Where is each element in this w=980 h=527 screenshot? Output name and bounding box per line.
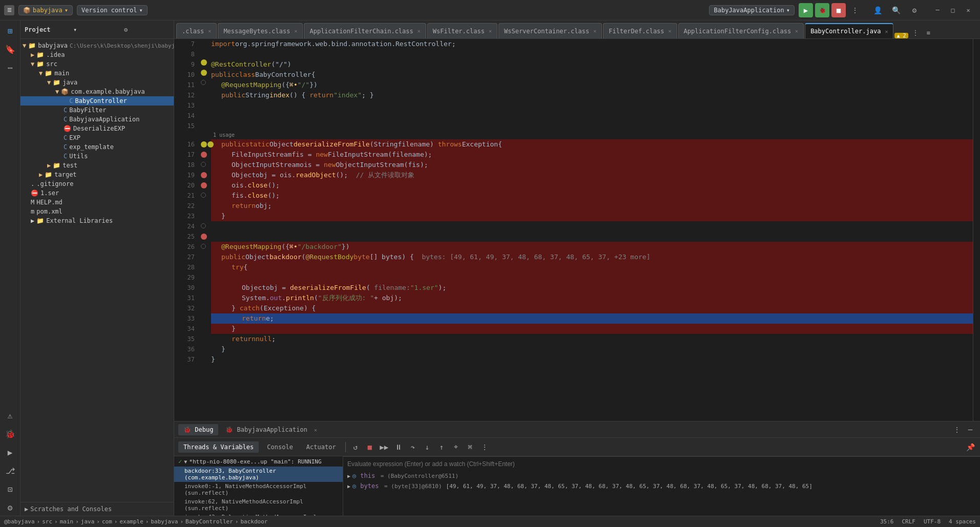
debug-icon-btn[interactable]: 🐞 [2,426,18,442]
code-content[interactable]: import org.springframework.web.bind.anno… [209,39,973,421]
debug-button[interactable]: 🐞 [815,3,829,17]
tree-item-utils[interactable]: C Utils [20,152,174,161]
step-into-btn[interactable]: ↓ [422,441,433,453]
tab-overflow-btn[interactable]: ⋮ [908,27,923,38]
tab-close-icon[interactable]: ✕ [208,28,211,34]
tab-close-icon[interactable]: ✕ [885,29,888,34]
resume-btn[interactable]: ▶▶ [379,441,390,453]
stop-button[interactable]: ■ [831,3,846,17]
tree-item-external-libs[interactable]: ▶ 📁 External Libraries [20,216,174,225]
var-expand-icon[interactable]: ▶ [347,473,350,479]
var-expand-icon[interactable]: ▶ [347,483,350,489]
scratches-header[interactable]: ▶ Scratches and Consoles [20,502,174,516]
settings-button[interactable]: ⚙ [907,3,922,17]
tree-item-idea[interactable]: ▶ 📁 .idea [20,50,174,59]
tree-item-exp-template[interactable]: C exp_template [20,142,174,152]
tree-item-java[interactable]: ▼ 📁 java [20,78,174,87]
java-file-icon: C [64,107,67,114]
git-icon-btn[interactable]: ⎇ [2,462,18,479]
tree-item-pomxml[interactable]: m pom.xml [20,207,174,216]
tab-messagebytes[interactable]: MessageBytes.class ✕ [218,23,303,38]
tree-item-gitignore[interactable]: . .gitignore [20,179,174,188]
debug-panel-options[interactable]: ⋮ [951,424,963,435]
code-line-25 [211,231,973,242]
more-debug-actions[interactable]: ⋮ [479,441,490,453]
tab-appfilterconfig[interactable]: ApplicationFilterConfig.class ✕ [678,23,804,38]
pin-tab-btn[interactable]: 📌 [965,441,976,453]
project-selector[interactable]: 📦 babyjava ▾ [18,5,73,15]
minimize-button[interactable]: ─ [930,3,945,18]
tab-close-icon[interactable]: ✕ [489,28,492,34]
console-tab[interactable]: Console [262,441,298,453]
thread-running[interactable]: ✓ ▼ *http-nio-8080-exe...up "main": RUNN… [174,456,343,467]
tree-item-target[interactable]: ▶ 📁 target [20,170,174,179]
tab-wsfilter[interactable]: WsFilter.class ✕ [427,23,497,38]
problems-icon-btn[interactable]: ⚠ [2,407,18,424]
tab-close-icon[interactable]: ✕ [593,28,596,34]
maximize-button[interactable]: □ [945,3,961,18]
run-icon-btn[interactable]: ▶ [2,444,18,460]
frame-invoke0[interactable]: invoke0:-1, NativeMethodAccessorImpl (su… [174,482,343,497]
frame-backdoor[interactable]: backdoor:33, BabyController (com.example… [174,467,343,482]
tab-close-icon[interactable]: ✕ [314,427,317,433]
tab-appfilterchain[interactable]: ApplicationFilterChain.class ✕ [304,23,426,38]
actuator-tab[interactable]: Actuator [301,441,341,453]
frame-invoke62[interactable]: invoke:62, NativeMethodAccessorImpl (sun… [174,497,343,513]
tree-item-babycontroller[interactable]: C BabyController [20,96,174,106]
threads-variables-tab[interactable]: Threads & Variables [178,441,259,453]
tab-close-icon[interactable]: ✕ [418,28,421,34]
folder-icon-img: 📁 [45,171,52,178]
search-button[interactable]: 🔍 [889,3,903,17]
tree-item-package[interactable]: ▼ 📦 com.example.babyjava [20,87,174,96]
tree-item-babyjava[interactable]: ▼ 📁 babyjava C:\Users\k\Desktop\shenji\b… [20,41,174,50]
tree-item-babyjavaapp[interactable]: C BabyjavaApplication [20,115,174,124]
close-button[interactable]: ✕ [961,3,976,18]
evaluate-btn[interactable]: ⌘ [465,441,476,453]
bookmarks-icon-btn[interactable]: 🔖 [2,41,18,57]
debug-panel-minimize[interactable]: ─ [965,424,976,435]
plugins-icon-btn[interactable]: ⋯ [2,59,18,76]
vcs-selector[interactable]: Version control ▾ [77,5,148,15]
more-run-options[interactable]: ⋮ [848,3,862,17]
run-to-cursor-btn[interactable]: ⌖ [450,441,462,453]
tree-item-test[interactable]: ▶ 📁 test [20,161,174,170]
var-this[interactable]: ▶ ◎ this = (BabyController@6511) [343,471,980,481]
rerun-btn[interactable]: ↺ [350,441,361,453]
tab-babycontroller[interactable]: BabyController.java ✕ [805,23,893,38]
tree-item-main[interactable]: ▼ 📁 main [20,69,174,78]
breadcrumb-java: java [81,518,95,525]
tree-item-exp[interactable]: C EXP [20,133,174,142]
profile-button[interactable]: 👤 [870,3,885,17]
tab-options-btn[interactable]: ≡ [923,27,934,38]
breadcrumb-method: backdoor [240,518,267,525]
settings-icon-btn[interactable]: ⚙ [2,499,18,516]
tab-close-icon[interactable]: ✕ [669,28,672,34]
babyjava-app-tab[interactable]: 🐞 BabyjavaApplication ✕ [220,424,322,435]
tab-class[interactable]: .class ✕ [176,23,217,38]
vcs-chevron: ▾ [139,7,142,14]
terminal-icon-btn[interactable]: ⊡ [2,481,18,497]
project-options-btn[interactable]: ⚙ [124,26,170,33]
tree-item-src[interactable]: ▼ 📁 src [20,59,174,69]
step-over-btn[interactable]: ↷ [407,441,419,453]
tab-close-icon[interactable]: ✕ [795,28,798,34]
run-button[interactable]: ▶ [799,3,813,17]
pause-btn[interactable]: ⏸ [393,441,404,453]
debug-tab[interactable]: 🐞 Debug [178,424,218,435]
tab-wsservercontainer[interactable]: WsServerContainer.class ✕ [498,23,602,38]
tab-bar: .class ✕ MessageBytes.class ✕ Applicatio… [174,20,980,39]
run-config-selector[interactable]: BabyJavaApplication ▾ [709,5,795,15]
var-bytes[interactable]: ▶ ◎ bytes = (byte[33]@6810) [49, 61, 49,… [343,481,980,491]
project-icon-btn[interactable]: ⊞ [2,23,18,39]
tree-item-helpmd[interactable]: M HELP.md [20,198,174,207]
tree-item-1ser[interactable]: ⛔ 1.ser [20,188,174,198]
tab-close-icon[interactable]: ✕ [294,28,297,34]
tree-item-deserializeexp[interactable]: ⛔ DeserializeEXP [20,124,174,133]
watch-expression-input[interactable] [343,456,980,471]
code-line-18: ObjectInputStream ois = new ObjectInputS… [211,160,973,170]
tab-filterdef[interactable]: FilterDef.class ✕ [603,23,677,38]
tree-item-babyfilter[interactable]: C BabyFilter [20,106,174,115]
stop-debug-btn[interactable]: ■ [364,441,376,453]
step-out-btn[interactable]: ↑ [436,441,447,453]
code-line-28: try { [211,262,973,272]
